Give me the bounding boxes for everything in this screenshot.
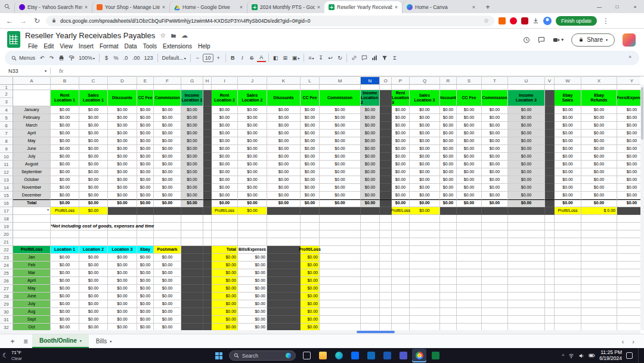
sheet-tab-caret-icon[interactable]: ▾	[80, 339, 82, 343]
cell-E17[interactable]	[137, 207, 154, 215]
cell-E6[interactable]: $0.00	[137, 122, 154, 130]
cell-F6[interactable]: $0.00	[154, 122, 181, 130]
column-header-V[interactable]: V	[545, 77, 555, 84]
cell-K4[interactable]: $0.00	[267, 106, 301, 114]
cell-J7[interactable]: $0.00	[238, 130, 267, 137]
excel-taskbar-icon[interactable]	[428, 349, 442, 362]
cell-T25[interactable]	[482, 269, 508, 277]
menu-extensions[interactable]: Extensions	[160, 43, 195, 50]
cell-A32[interactable]: Oct	[13, 324, 51, 330]
cell-A10[interactable]: July	[13, 153, 51, 161]
column-header-N[interactable]: N	[361, 77, 380, 84]
cell-P21[interactable]	[392, 238, 410, 246]
cell-E22[interactable]: Ebay	[137, 246, 154, 254]
cell-A8[interactable]: May	[13, 137, 51, 145]
cell-Q30[interactable]	[410, 308, 440, 316]
cell-Y5[interactable]: $0.00	[617, 114, 640, 122]
cell-D11[interactable]: $0.00	[108, 161, 137, 168]
url-bar[interactable]: docs.google.com/spreadsheets/d/1ObzCbQuF…	[46, 16, 494, 26]
cell-D12[interactable]: $0.00	[108, 168, 137, 176]
row-header-12[interactable]: 12	[0, 168, 13, 176]
cell-J21[interactable]	[238, 238, 267, 246]
cell-U25[interactable]	[508, 269, 545, 277]
cell-R28[interactable]	[440, 293, 457, 300]
cell-N14[interactable]: $0.00	[361, 184, 380, 192]
cell-X1[interactable]	[581, 85, 617, 90]
cell-V27[interactable]	[545, 285, 555, 293]
pinterest-extension-icon[interactable]	[510, 17, 517, 24]
cell-O4[interactable]	[380, 106, 392, 114]
cell-F5[interactable]: $0.00	[154, 114, 181, 122]
cell-L15[interactable]: $0.00	[301, 192, 320, 199]
cell-K29[interactable]	[267, 300, 301, 308]
cell-X30[interactable]	[581, 308, 617, 316]
cell-G8[interactable]: $0.00	[181, 137, 203, 145]
cell-V13[interactable]	[545, 176, 555, 184]
cell-K2[interactable]: Discounts	[267, 90, 301, 106]
row-header-22[interactable]: 22	[0, 246, 13, 254]
cell-N10[interactable]: $0.00	[361, 153, 380, 161]
cell-P17[interactable]: Profit/Loss	[392, 207, 410, 215]
cell-D32[interactable]: $0.00	[108, 324, 137, 330]
cell-U31[interactable]	[508, 316, 545, 324]
cell-D18[interactable]	[108, 215, 137, 223]
cell-Y6[interactable]: $0.00	[617, 122, 640, 130]
cell-O22[interactable]	[380, 246, 392, 254]
cell-K19[interactable]	[267, 223, 301, 230]
collapse-toolbar-icon[interactable]: ^	[626, 53, 634, 63]
cell-V16[interactable]	[545, 199, 555, 207]
tab-close-icon[interactable]: ×	[240, 4, 243, 10]
cell-L7[interactable]: $0.00	[301, 130, 320, 137]
cell-J8[interactable]: $0.00	[238, 137, 267, 145]
cell-X21[interactable]	[581, 238, 617, 246]
cell-J1[interactable]	[238, 85, 267, 90]
row-header-21[interactable]: 21	[0, 238, 13, 246]
cell-B18[interactable]	[51, 215, 79, 223]
row-header-23[interactable]: 23	[0, 254, 13, 262]
cell-P31[interactable]	[392, 316, 410, 324]
cell-K31[interactable]	[267, 316, 301, 324]
cell-D2[interactable]: Discounts	[108, 90, 137, 106]
cell-A9[interactable]: June	[13, 145, 51, 153]
all-sheets-icon[interactable]: ≡	[19, 337, 32, 346]
cell-E2[interactable]: CC Fee	[137, 90, 154, 106]
cell-D26[interactable]: $0.00	[108, 277, 137, 285]
cell-B25[interactable]: $0.00	[51, 269, 79, 277]
cell-P6[interactable]: $0.00	[392, 122, 410, 130]
cell-F31[interactable]: $0.00	[154, 316, 181, 324]
browser-menu-icon[interactable]: ⋮	[601, 17, 611, 25]
cell-M5[interactable]: $0.00	[320, 114, 361, 122]
cell-T6[interactable]: $0.00	[482, 122, 508, 130]
cell-Y8[interactable]: $0.00	[617, 137, 640, 145]
select-all-corner[interactable]	[0, 77, 13, 84]
cell-Y27[interactable]	[617, 285, 640, 293]
cell-R31[interactable]	[440, 316, 457, 324]
cell-Y9[interactable]: $0.00	[617, 145, 640, 153]
cell-W28[interactable]	[555, 293, 581, 300]
cell-B20[interactable]	[51, 230, 79, 238]
cell-X28[interactable]	[581, 293, 617, 300]
cell-N20[interactable]	[361, 230, 380, 238]
cell-G14[interactable]: $0.00	[181, 184, 203, 192]
cell-M32[interactable]	[320, 324, 361, 330]
cell-Y17[interactable]	[617, 207, 640, 215]
insert-link-icon[interactable]	[349, 53, 359, 63]
cell-F10[interactable]: $0.00	[154, 153, 181, 161]
cell-X5[interactable]: $0.00	[581, 114, 617, 122]
cell-P26[interactable]	[392, 277, 410, 285]
cell-B24[interactable]: $0.00	[51, 262, 79, 269]
cell-U22[interactable]	[508, 246, 545, 254]
cell-S24[interactable]	[457, 262, 482, 269]
cell-K16[interactable]: $0.00	[267, 199, 301, 207]
cell-I29[interactable]: $0.00	[212, 300, 238, 308]
cell-D28[interactable]: $0.00	[108, 293, 137, 300]
outlook-taskbar-icon[interactable]	[364, 349, 378, 362]
cell-C14[interactable]: $0.00	[79, 184, 108, 192]
cell-P11[interactable]: $0.00	[392, 161, 410, 168]
cell-R22[interactable]	[440, 246, 457, 254]
cell-J17[interactable]: $0.00	[238, 207, 267, 215]
cell-I27[interactable]: $0.00	[212, 285, 238, 293]
tab-close-icon[interactable]: ×	[317, 4, 320, 10]
cell-U17[interactable]	[508, 207, 545, 215]
cell-I22[interactable]: Total	[212, 246, 238, 254]
